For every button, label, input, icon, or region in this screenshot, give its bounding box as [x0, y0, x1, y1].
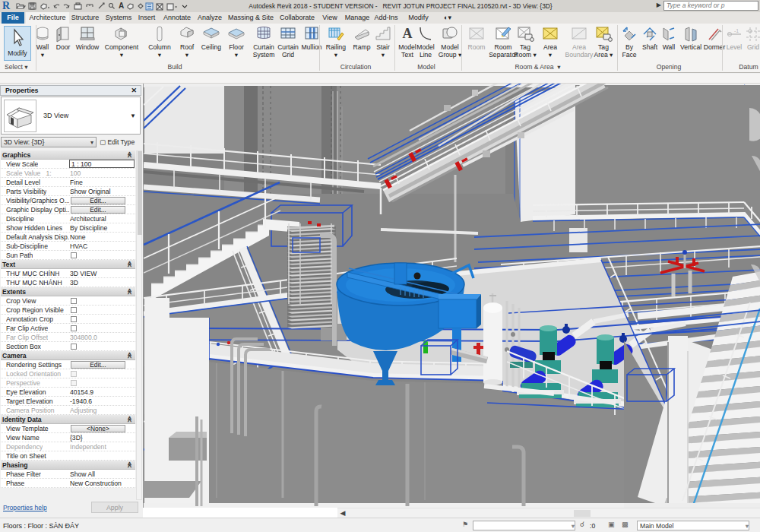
svg-text:-1: -1: [734, 28, 739, 33]
svg-text:A: A: [403, 26, 413, 41]
